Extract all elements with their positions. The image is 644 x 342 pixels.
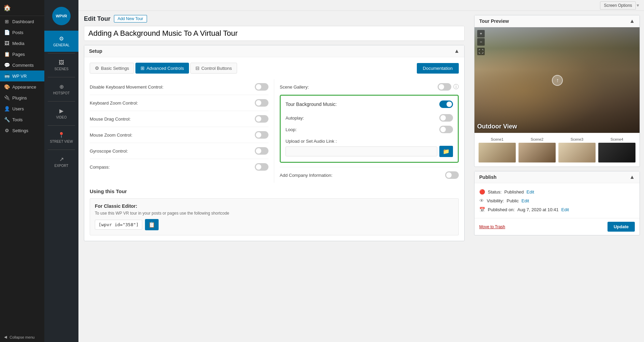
mouse-drag-slider bbox=[255, 115, 268, 123]
sidebar-item-posts[interactable]: 📄 Posts bbox=[0, 27, 44, 38]
main-content: Screen Options ▼ Edit Tour Add New Tour … bbox=[78, 0, 644, 342]
scene1-image bbox=[479, 143, 516, 162]
sidebar-item-label: Users bbox=[12, 106, 24, 111]
sidebar-item-tools[interactable]: 🔧 Tools bbox=[0, 114, 44, 125]
navigation-arrow[interactable]: ↑ bbox=[552, 75, 563, 86]
tour-preview-toggle[interactable]: ▲ bbox=[629, 18, 635, 24]
sidebar-item-label: Posts bbox=[12, 30, 24, 35]
collapse-icon: ◀ bbox=[4, 335, 7, 339]
company-info-toggle[interactable] bbox=[445, 171, 459, 179]
tab-basic-label: Basic Settings bbox=[101, 66, 129, 71]
tour-title-input[interactable] bbox=[84, 26, 465, 41]
general-icon: ⚙ bbox=[59, 35, 64, 42]
loop-toggle[interactable] bbox=[439, 126, 453, 133]
sub-item-video[interactable]: ▶ VIDEO bbox=[44, 103, 78, 124]
topbar: Screen Options ▼ bbox=[78, 0, 644, 11]
scene-thumb-3[interactable]: Scene3 bbox=[557, 136, 597, 164]
compass-toggle[interactable] bbox=[255, 163, 268, 171]
sidebar-item-label: Comments bbox=[12, 63, 34, 68]
sub-item-scenes[interactable]: 🖼 SCENES bbox=[44, 55, 78, 76]
zoom-out-button[interactable]: − bbox=[477, 38, 485, 46]
sub-item-hotspot[interactable]: ⊕ HOTSPOT bbox=[44, 79, 78, 100]
using-tour-section: Using this Tour For Classic Editor: To u… bbox=[90, 188, 459, 235]
comments-icon: 💬 bbox=[4, 62, 10, 68]
scene-label: Outdoor View bbox=[477, 123, 517, 130]
mouse-zoom-slider bbox=[255, 131, 268, 139]
fullscreen-button[interactable]: ⛶ bbox=[477, 48, 485, 55]
gyroscope-toggle[interactable] bbox=[255, 147, 268, 155]
gyroscope-label: Gyroscope Control: bbox=[90, 149, 128, 154]
music-toggle[interactable] bbox=[439, 100, 453, 108]
publish-title: Publish bbox=[479, 174, 497, 180]
sidebar-item-label: Dashboard bbox=[12, 19, 34, 24]
sub-divider4 bbox=[48, 125, 75, 126]
scene4-label: Scene4 bbox=[611, 137, 623, 141]
sub-item-general[interactable]: ⚙ GENERAL bbox=[44, 31, 78, 52]
published-edit-link[interactable]: Edit bbox=[561, 207, 569, 212]
sidebar-item-wpvr[interactable]: 🥽 WP VR bbox=[0, 71, 44, 81]
scene-thumb-1[interactable]: Scene1 bbox=[477, 136, 517, 164]
street-view-icon: 📍 bbox=[58, 132, 65, 138]
company-info-label: Add Company Information: bbox=[280, 173, 333, 178]
right-sidebar: Tour Preview ▲ + − ⛶ ↑ Outdoor View bbox=[470, 11, 644, 342]
scene-gallery-label: Scene Gallery: bbox=[280, 84, 309, 90]
sub-item-street-view[interactable]: 📍 STREET VIEW bbox=[44, 127, 78, 148]
scene-thumb-4[interactable]: Scene4 bbox=[597, 136, 637, 164]
sidebar-collapse[interactable]: ◀ Collapse menu bbox=[0, 332, 44, 342]
scene-gallery-toggle[interactable] bbox=[438, 83, 451, 91]
publish-panel-toggle[interactable]: ▲ bbox=[629, 174, 635, 180]
update-button[interactable]: Update bbox=[608, 222, 635, 232]
sidebar-item-label: Plugins bbox=[12, 95, 27, 100]
documentation-button[interactable]: Documentation bbox=[417, 63, 459, 74]
sidebar-item-appearance[interactable]: 🎨 Appearance bbox=[0, 81, 44, 92]
tab-advanced-controls[interactable]: ⊞ Advanced Controls bbox=[135, 63, 189, 74]
scene-gallery-slider bbox=[438, 83, 451, 91]
compass-row: Compass: bbox=[90, 159, 268, 175]
keyboard-movement-toggle[interactable] bbox=[255, 83, 268, 91]
mouse-zoom-toggle[interactable] bbox=[255, 131, 268, 139]
setup-panel-toggle[interactable]: ▲ bbox=[454, 48, 459, 54]
autoplay-toggle[interactable] bbox=[439, 114, 453, 122]
sub-item-export[interactable]: ↗ EXPORT bbox=[44, 151, 78, 172]
mouse-drag-toggle[interactable] bbox=[255, 115, 268, 123]
publish-panel-header: Publish ▲ bbox=[474, 171, 640, 183]
publish-footer: Move to Trash Update bbox=[474, 218, 640, 235]
copy-shortcode-button[interactable]: 📋 bbox=[145, 219, 159, 230]
tools-icon: 🔧 bbox=[4, 117, 10, 122]
status-edit-link[interactable]: Edit bbox=[527, 189, 534, 195]
content-area: Edit Tour Add New Tour Setup ▲ ⚙ Basic S… bbox=[78, 11, 644, 342]
company-info-row: Add Company Information: bbox=[280, 167, 459, 183]
scene-gallery-info-icon[interactable]: ⓘ bbox=[453, 83, 459, 91]
sidebar-item-pages[interactable]: 📋 Pages bbox=[0, 49, 44, 60]
sidebar-item-plugins[interactable]: 🔌 Plugins bbox=[0, 92, 44, 103]
scene-thumb-2[interactable]: Scene2 bbox=[517, 136, 557, 164]
autoplay-label: Autoplay: bbox=[286, 115, 304, 121]
sidebar-item-label: Settings bbox=[12, 128, 28, 133]
add-new-tour-button[interactable]: Add New Tour bbox=[114, 15, 147, 22]
setup-panel: Setup ▲ ⚙ Basic Settings ⊞ Advanced Cont… bbox=[84, 45, 465, 241]
sidebar-item-dashboard[interactable]: ⊞ Dashboard bbox=[0, 16, 44, 27]
status-label: Status: bbox=[488, 189, 501, 195]
publish-body: 🔴 Status: Published Edit 👁 Visibility: P… bbox=[474, 183, 640, 218]
zoom-in-button[interactable]: + bbox=[477, 30, 485, 37]
sidebar-item-users[interactable]: 👤 Users bbox=[0, 103, 44, 114]
move-to-trash-link[interactable]: Move to Trash bbox=[479, 224, 505, 229]
sidebar-item-label: WP VR bbox=[12, 74, 27, 79]
screen-options-button[interactable]: Screen Options bbox=[600, 1, 636, 10]
upload-audio-button[interactable]: 📁 bbox=[439, 146, 453, 157]
keyboard-zoom-toggle[interactable] bbox=[255, 99, 268, 107]
tab-basic-settings[interactable]: ⚙ Basic Settings bbox=[90, 63, 134, 74]
audio-link-input[interactable] bbox=[286, 146, 437, 156]
scene1-label: Scene1 bbox=[491, 137, 503, 141]
visibility-edit-link[interactable]: Edit bbox=[522, 198, 529, 203]
company-info-slider bbox=[445, 171, 459, 179]
published-value: Aug 7, 2020 at 10:41 bbox=[517, 207, 559, 212]
sidebar-item-settings[interactable]: ⚙ Settings bbox=[0, 125, 44, 136]
sidebar-item-media[interactable]: 🖼 Media bbox=[0, 38, 44, 49]
setup-panel-body: ⚙ Basic Settings ⊞ Advanced Controls ⊟ C… bbox=[84, 57, 464, 241]
sidebar-item-comments[interactable]: 💬 Comments bbox=[0, 60, 44, 71]
scene3-image bbox=[558, 143, 596, 162]
tab-control-buttons[interactable]: ⊟ Control Buttons bbox=[190, 63, 237, 74]
published-row: 📅 Published on: Aug 7, 2020 at 10:41 Edi… bbox=[479, 205, 635, 214]
scene2-label: Scene2 bbox=[531, 137, 543, 141]
